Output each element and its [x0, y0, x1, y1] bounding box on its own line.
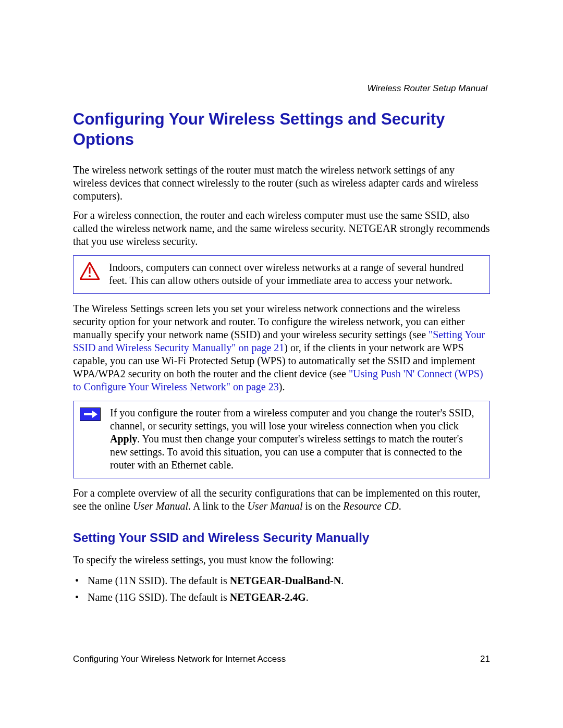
list-item: Name (11N SSID). The default is NETGEAR-…: [73, 573, 490, 588]
warning-icon: [80, 262, 100, 282]
ssid-bullet-list: Name (11N SSID). The default is NETGEAR-…: [73, 573, 490, 605]
footer-chapter: Configuring Your Wireless Network for In…: [73, 654, 286, 664]
page-content: Wireless Router Setup Manual Configuring…: [0, 0, 563, 658]
list-item: Name (11G SSID). The default is NETGEAR-…: [73, 589, 490, 605]
svg-marker-4: [92, 411, 97, 418]
overview-d: .: [399, 500, 401, 512]
bullet2-b: .: [306, 591, 309, 603]
overview-i2: User Manual: [247, 500, 302, 512]
overview-i3: Resource CD: [343, 500, 398, 512]
config-text-a: The Wireless Settings screen lets you se…: [73, 303, 464, 340]
page-footer: Configuring Your Wireless Network for In…: [73, 654, 490, 664]
note-arrow-icon: [80, 408, 101, 421]
config-para: The Wireless Settings screen lets you se…: [73, 302, 490, 393]
specify-intro: To specify the wireless settings, you mu…: [73, 553, 490, 566]
warning-text: Indoors, computers can connect over wire…: [109, 261, 481, 287]
note-text-bold: Apply: [110, 433, 137, 445]
note-text: If you configure the router from a wirel…: [110, 406, 481, 472]
overview-para: For a complete overview of all the secur…: [73, 487, 490, 513]
note-text-a: If you configure the router from a wirel…: [110, 407, 474, 431]
bullet1-a: Name (11N SSID). The default is: [88, 575, 230, 586]
svg-point-2: [89, 275, 91, 277]
warning-callout: Indoors, computers can connect over wire…: [73, 255, 490, 294]
config-text-c: ).: [279, 381, 285, 392]
overview-c: is on the: [303, 500, 344, 512]
intro-para-2: For a wireless connection, the router an…: [73, 209, 490, 248]
bullet1-b: .: [341, 575, 344, 586]
overview-i1: User Manual: [133, 500, 188, 512]
note-callout: If you configure the router from a wirel…: [73, 401, 490, 478]
running-header: Wireless Router Setup Manual: [368, 83, 487, 94]
footer-page-number: 21: [480, 654, 490, 664]
page-title: Configuring Your Wireless Settings and S…: [73, 109, 490, 150]
intro-para-1: The wireless network settings of the rou…: [73, 164, 490, 203]
bullet2-bold: NETGEAR-2.4G: [230, 591, 306, 603]
bullet2-a: Name (11G SSID). The default is: [88, 591, 230, 603]
section-subtitle: Setting Your SSID and Wireless Security …: [73, 530, 490, 545]
note-text-b: . You must then change your computer's w…: [110, 433, 463, 471]
overview-b: . A link to the: [188, 500, 247, 512]
bullet1-bold: NETGEAR-DualBand-N: [230, 575, 341, 586]
